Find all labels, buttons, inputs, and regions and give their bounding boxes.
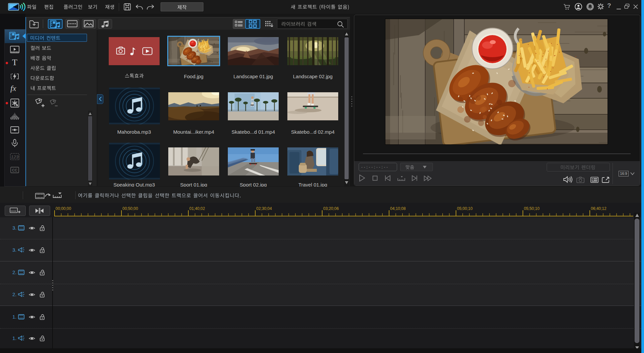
svg-text:123: 123 xyxy=(11,154,19,159)
svg-text:CC: CC xyxy=(12,168,17,172)
